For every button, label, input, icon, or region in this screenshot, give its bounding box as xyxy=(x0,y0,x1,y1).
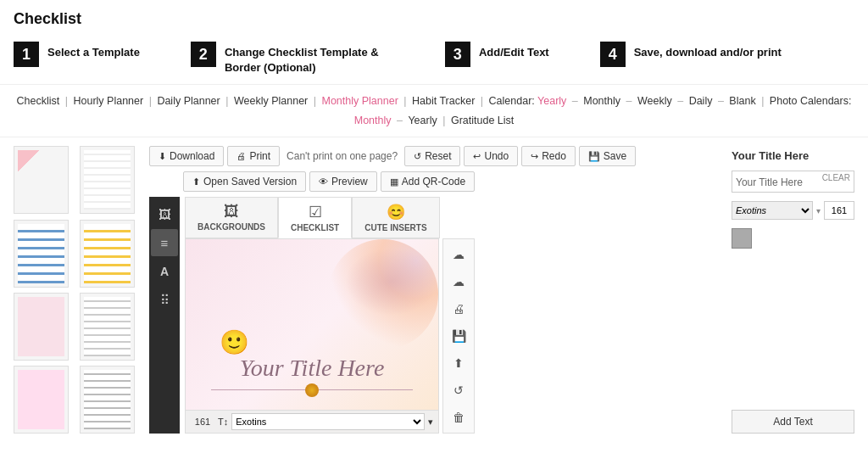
print-icon: 🖨 xyxy=(236,151,246,161)
grid-tool-button[interactable]: ⠿ xyxy=(151,287,178,314)
nav-calendar-blank[interactable]: Blank xyxy=(729,95,755,107)
print-button[interactable]: 🖨 Print xyxy=(227,146,280,166)
step-3-number: 3 xyxy=(445,42,470,67)
nav-calendar-yearly[interactable]: Yearly xyxy=(537,95,566,107)
nav-calendar-monthly[interactable]: Monthly xyxy=(583,95,620,107)
undo-button[interactable]: ↩ Undo xyxy=(464,146,518,166)
thumbnail-6[interactable] xyxy=(80,293,135,361)
reset-button[interactable]: ↺ Reset xyxy=(404,146,460,166)
tab-backgrounds[interactable]: 🖼 BACKGROUNDS xyxy=(185,197,278,238)
color-picker[interactable] xyxy=(732,228,752,249)
nav-links: Checklist | Hourly Planner | Daily Plann… xyxy=(0,84,868,137)
canvas-tabs: 🖼 BACKGROUNDS ☑ CHECKLIST 😊 CUTE INSERTS xyxy=(185,197,723,238)
save-icon: 💾 xyxy=(588,151,600,162)
undo-icon: ↩ xyxy=(473,151,481,162)
right-panel: Your Title Here CLEAR Exotins ▾ Add Text xyxy=(732,146,854,434)
step-4-number: 4 xyxy=(600,42,626,67)
font-select-arrow: ▾ xyxy=(816,206,821,215)
nav-hourly-planner[interactable]: Hourly Planner xyxy=(73,95,143,107)
canvas-font-size: 161 xyxy=(191,417,214,427)
checklist-icon: ☑ xyxy=(309,203,322,221)
download-button[interactable]: ⬇ Download xyxy=(149,146,224,166)
thumbnail-1[interactable] xyxy=(14,146,69,214)
right-section-title: Your Title Here xyxy=(732,146,854,165)
page-title: Checklist xyxy=(14,10,854,28)
tab-cute-inserts[interactable]: 😊 CUTE INSERTS xyxy=(352,197,439,238)
clear-button[interactable]: CLEAR xyxy=(822,173,850,182)
thumbnail-5[interactable] xyxy=(14,293,69,361)
nav-photo-label: Photo Calendars: xyxy=(770,95,852,107)
step-3-label: Add/Edit Text xyxy=(479,42,549,60)
cute-inserts-icon: 😊 xyxy=(387,203,405,221)
tab-backgrounds-label: BACKGROUNDS xyxy=(198,222,265,232)
canvas-upload-btn[interactable]: ⬆ xyxy=(447,351,470,375)
nav-checklist[interactable]: Checklist xyxy=(17,95,60,107)
thumbnail-3[interactable] xyxy=(14,220,69,288)
canvas-face-emoji: 🙂 xyxy=(220,328,249,356)
nav-habit-tracker[interactable]: Habit Tracker xyxy=(412,95,475,107)
add-qr-button[interactable]: ▦ Add QR-Code xyxy=(381,171,475,192)
thumbnail-4[interactable] xyxy=(80,220,135,288)
tab-cute-inserts-label: CUTE INSERTS xyxy=(364,223,426,232)
step-4-label: Save, download and/or print xyxy=(634,42,782,60)
step-2: 2 Change Checklist Template & Border (Op… xyxy=(191,42,394,76)
font-row: Exotins ▾ xyxy=(732,201,854,220)
steps-bar: 1 Select a Template 2 Change Checklist T… xyxy=(0,33,868,84)
tab-checklist[interactable]: ☑ CHECKLIST xyxy=(278,197,352,238)
title-input-area: CLEAR xyxy=(732,171,854,193)
redo-button[interactable]: ↪ Redo xyxy=(521,146,576,166)
font-t-icon: T↕ xyxy=(218,417,228,427)
thumbnail-2[interactable] xyxy=(80,146,135,214)
nav-daily-planner[interactable]: Daily Planner xyxy=(157,95,220,107)
font-size-input[interactable] xyxy=(824,201,854,220)
canvas-font-select[interactable]: Exotins xyxy=(231,413,425,430)
redo-icon: ↪ xyxy=(531,151,538,162)
image-tool-button[interactable]: 🖼 xyxy=(151,200,178,227)
step-1: 1 Select a Template xyxy=(14,42,140,67)
canvas-right-tools: ☁ ☁ 🖨 💾 ⬆ ↺ 🗑 xyxy=(442,238,475,434)
download-icon: ⬇ xyxy=(159,151,166,162)
canvas-title-text[interactable]: Your Title Here xyxy=(203,355,421,382)
add-text-button[interactable]: Add Text xyxy=(732,410,854,434)
text-tool-button[interactable]: A xyxy=(151,258,178,285)
spacer xyxy=(732,254,854,405)
step-4: 4 Save, download and/or print xyxy=(600,42,782,67)
canvas-delete-btn[interactable]: 🗑 xyxy=(447,406,470,429)
thumbnail-8[interactable] xyxy=(80,366,135,434)
main-area: ⬇ Download 🖨 Print Can't print on one pa… xyxy=(0,137,868,442)
save-button[interactable]: 💾 Save xyxy=(579,146,636,166)
canvas-bottom-toolbar: 161 T↕ Exotins ▾ xyxy=(186,410,438,433)
step-2-label: Change Checklist Template & Border (Opti… xyxy=(225,42,394,76)
cloud-btn[interactable]: ☁ xyxy=(447,270,470,294)
qr-icon: ▦ xyxy=(390,176,398,187)
backgrounds-icon: 🖼 xyxy=(224,203,239,221)
canvas-print-btn[interactable]: 🖨 xyxy=(447,297,470,321)
nav-weekly-planner[interactable]: Weekly Planner xyxy=(234,95,308,107)
toolbar-row2: ⬆ Open Saved Version 👁 Preview ▦ Add QR-… xyxy=(149,171,723,192)
page-header: Checklist xyxy=(0,0,868,33)
canvas-floral-2 xyxy=(345,248,438,316)
open-icon: ⬆ xyxy=(192,176,200,187)
nav-calendar-weekly[interactable]: Weekly xyxy=(637,95,672,107)
cant-print-text: Can't print on one page? xyxy=(283,150,401,162)
step-1-number: 1 xyxy=(14,42,39,67)
canvas-wrapper: 🖼 BACKGROUNDS ☑ CHECKLIST 😊 CUTE INSERTS xyxy=(185,197,723,434)
open-saved-button[interactable]: ⬆ Open Saved Version xyxy=(183,171,306,192)
cloud-upload-btn[interactable]: ☁ xyxy=(447,243,470,266)
reset-icon: ↺ xyxy=(414,151,421,162)
nav-photo-yearly[interactable]: Yearly xyxy=(408,115,437,126)
canvas-area: 🖼 ≡ A ⠿ 🖼 BACKGROUNDS ☑ CHECKLIST xyxy=(149,197,723,434)
font-select[interactable]: Exotins xyxy=(732,201,813,220)
preview-button[interactable]: 👁 Preview xyxy=(309,171,377,192)
canvas[interactable]: 🙂 Your Title Here 161 T↕ Exotins ▾ xyxy=(185,238,439,434)
nav-gratitude-list[interactable]: Gratitude List xyxy=(451,115,514,126)
editor-panel: ⬇ Download 🖨 Print Can't print on one pa… xyxy=(149,146,723,434)
canvas-rotate-btn[interactable]: ↺ xyxy=(447,378,470,402)
nav-calendar-daily[interactable]: Daily xyxy=(689,95,713,107)
nav-photo-monthly[interactable]: Monthly xyxy=(354,115,392,126)
layers-tool-button[interactable]: ≡ xyxy=(151,229,178,256)
canvas-save-btn[interactable]: 💾 xyxy=(447,324,470,348)
canvas-row: 🙂 Your Title Here 161 T↕ Exotins ▾ xyxy=(185,238,723,434)
thumbnail-7[interactable] xyxy=(14,366,69,434)
nav-monthly-planner[interactable]: Monthly Planner xyxy=(321,95,398,107)
